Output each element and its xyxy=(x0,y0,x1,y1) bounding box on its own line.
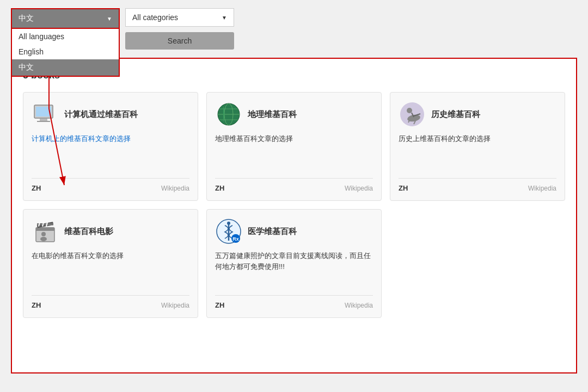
book-description-1: 计算机上的维基百科文章的选择 xyxy=(32,133,189,170)
book-description-5: 五万篇健康照护的文章目前支援离线阅读，而且任何地方都可免费使用!!! xyxy=(215,250,373,287)
book-footer-2: ZH Wikipedia xyxy=(215,178,373,192)
book-lang-2: ZH xyxy=(215,184,224,192)
language-option-chinese[interactable]: 中文 xyxy=(12,59,119,76)
top-bar: 中文 ▼ All languages English 中文 All catego… xyxy=(0,0,588,58)
book-header-1: 计算机通过维基百科 xyxy=(32,101,189,128)
book-lang-4: ZH xyxy=(32,301,41,309)
book-card-4[interactable]: 维基百科电影 在电影的维基百科文章的选择 ZH Wikipedia xyxy=(23,209,198,318)
book-lang-1: ZH xyxy=(32,184,41,192)
svg-rect-5 xyxy=(40,119,47,121)
book-title-3: 历史维基百科 xyxy=(431,109,480,120)
book-title-2: 地理维基百科 xyxy=(248,109,297,120)
book-header-4: 维基百科电影 xyxy=(32,218,189,245)
language-selected-label: 中文 xyxy=(19,14,34,23)
language-dropdown-menu: All languages English 中文 xyxy=(11,29,120,77)
book-header-5: Rx 医学维基百科 xyxy=(215,218,373,245)
book-description-4: 在电影的维基百科文章的选择 xyxy=(32,250,189,287)
language-dropdown-button[interactable]: 中文 ▼ xyxy=(11,8,120,29)
book-title-5: 医学维基百科 xyxy=(248,226,297,237)
language-dropdown-container: 中文 ▼ All languages English 中文 xyxy=(11,8,120,29)
book-source-2: Wikipedia xyxy=(345,185,373,192)
book-title-1: 计算机通过维基百科 xyxy=(64,109,138,120)
svg-point-26 xyxy=(41,232,46,236)
svg-point-27 xyxy=(40,237,47,241)
language-option-english[interactable]: English xyxy=(12,44,119,59)
language-chevron-icon: ▼ xyxy=(107,16,112,22)
svg-point-14 xyxy=(407,108,412,113)
book-description-2: 地理维基百科文章的选择 xyxy=(215,133,373,170)
book-source-3: Wikipedia xyxy=(528,185,556,192)
svg-rect-4 xyxy=(36,107,51,117)
svg-point-30 xyxy=(227,222,230,225)
knight-icon xyxy=(399,101,426,128)
svg-rect-6 xyxy=(37,121,50,122)
book-lang-3: ZH xyxy=(399,184,408,192)
book-footer-4: ZH Wikipedia xyxy=(32,295,189,309)
book-source-5: Wikipedia xyxy=(345,302,373,309)
book-title-4: 维基百科电影 xyxy=(64,226,113,237)
books-content-area: 5 books 计算机通过维基百科 计算机上的维基百科文章的选择 ZH Wik xyxy=(11,58,577,373)
book-card-1[interactable]: 计算机通过维基百科 计算机上的维基百科文章的选择 ZH Wikipedia xyxy=(23,92,198,201)
book-lang-5: ZH xyxy=(215,301,224,309)
book-card-2[interactable]: 地理维基百科 地理维基百科文章的选择 ZH Wikipedia xyxy=(206,92,382,201)
medical-icon: Rx xyxy=(215,218,242,245)
book-footer-3: ZH Wikipedia xyxy=(399,178,556,192)
globe-icon xyxy=(215,101,242,128)
books-grid-row1: 计算机通过维基百科 计算机上的维基百科文章的选择 ZH Wikipedia xyxy=(23,92,565,201)
book-source-4: Wikipedia xyxy=(161,302,189,309)
book-source-1: Wikipedia xyxy=(161,185,189,192)
film-icon xyxy=(32,218,59,245)
book-description-3: 历史上维基百科的文章的选择 xyxy=(399,133,556,170)
book-header-2: 地理维基百科 xyxy=(215,101,373,128)
search-button[interactable]: Search xyxy=(125,32,234,50)
language-option-all[interactable]: All languages xyxy=(12,29,119,44)
category-selected-label: All categories xyxy=(132,13,178,22)
books-grid-row2: 维基百科电影 在电影的维基百科文章的选择 ZH Wikipedia xyxy=(23,209,565,318)
category-chevron-icon: ▼ xyxy=(222,15,227,21)
computer-icon xyxy=(32,101,59,128)
book-footer-1: ZH Wikipedia xyxy=(32,178,189,192)
book-footer-5: ZH Wikipedia xyxy=(215,295,373,309)
category-dropdown-button[interactable]: All categories ▼ xyxy=(125,8,234,27)
book-card-3[interactable]: 历史维基百科 历史上维基百科的文章的选择 ZH Wikipedia xyxy=(390,92,565,201)
book-header-3: 历史维基百科 xyxy=(399,101,556,128)
svg-text:Rx: Rx xyxy=(232,236,239,242)
svg-rect-20 xyxy=(36,228,54,231)
book-card-5[interactable]: Rx 医学维基百科 五万篇健康照护的文章目前支援离线阅读，而且任何地方都可免费使… xyxy=(206,209,382,318)
